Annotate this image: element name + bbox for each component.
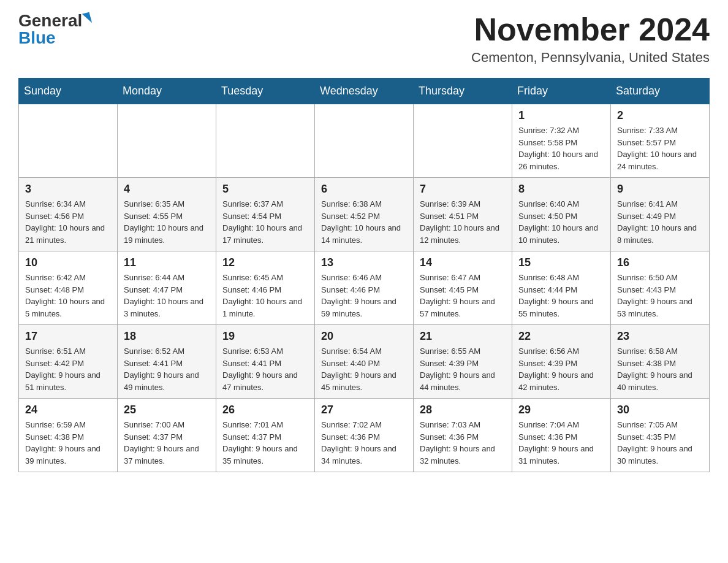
- day-info: Daylight: 9 hours and 44 minutes.: [420, 369, 506, 393]
- day-info: Sunrise: 6:35 AM: [124, 198, 210, 210]
- day-info: Sunrise: 6:52 AM: [124, 345, 210, 358]
- calendar-cell: 18Sunrise: 6:52 AMSunset: 4:41 PMDayligh…: [118, 325, 216, 399]
- calendar-cell: 24Sunrise: 6:59 AMSunset: 4:38 PMDayligh…: [19, 399, 118, 472]
- day-info: Sunrise: 6:34 AM: [25, 198, 111, 210]
- day-info: Daylight: 9 hours and 47 minutes.: [222, 369, 308, 393]
- day-info: Sunset: 4:39 PM: [420, 358, 506, 370]
- calendar-cell: [414, 104, 512, 178]
- day-info: Daylight: 10 hours and 1 minute.: [222, 296, 308, 320]
- day-info: Sunset: 4:45 PM: [420, 284, 506, 296]
- day-info: Sunrise: 6:42 AM: [25, 272, 111, 284]
- day-number: 25: [124, 404, 210, 416]
- day-number: 12: [222, 256, 308, 269]
- header: General Blue November 2024 Cementon, Pen…: [18, 12, 710, 66]
- calendar-week-row: 17Sunrise: 6:51 AMSunset: 4:42 PMDayligh…: [19, 325, 710, 399]
- day-info: Sunrise: 7:05 AM: [617, 419, 703, 431]
- day-number: 10: [25, 256, 111, 269]
- calendar-cell: 15Sunrise: 6:48 AMSunset: 4:44 PMDayligh…: [512, 251, 611, 325]
- day-info: Daylight: 9 hours and 31 minutes.: [518, 443, 604, 467]
- calendar-cell: 6Sunrise: 6:38 AMSunset: 4:52 PMDaylight…: [315, 178, 414, 251]
- day-number: 6: [321, 183, 407, 196]
- day-info: Daylight: 10 hours and 3 minutes.: [124, 296, 210, 320]
- day-number: 19: [222, 330, 308, 343]
- calendar-cell: 19Sunrise: 6:53 AMSunset: 4:41 PMDayligh…: [216, 325, 315, 399]
- day-info: Sunset: 4:43 PM: [617, 284, 703, 296]
- day-info: Sunset: 4:36 PM: [420, 431, 506, 443]
- calendar-cell: 13Sunrise: 6:46 AMSunset: 4:46 PMDayligh…: [315, 251, 414, 325]
- day-number: 9: [617, 183, 703, 196]
- day-info: Sunset: 4:50 PM: [518, 210, 604, 223]
- day-info: Sunset: 4:38 PM: [617, 358, 703, 370]
- calendar-cell: 20Sunrise: 6:54 AMSunset: 4:40 PMDayligh…: [315, 325, 414, 399]
- day-info: Daylight: 9 hours and 51 minutes.: [25, 369, 111, 393]
- day-info: Sunset: 4:37 PM: [124, 431, 210, 443]
- day-number: 8: [518, 183, 604, 196]
- calendar-cell: 25Sunrise: 7:00 AMSunset: 4:37 PMDayligh…: [118, 399, 216, 472]
- day-info: Sunrise: 6:50 AM: [617, 272, 703, 284]
- day-info: Sunrise: 6:47 AM: [420, 272, 506, 284]
- location-title: Cementon, Pennsylvania, United States: [471, 50, 710, 66]
- day-info: Sunrise: 6:37 AM: [222, 198, 308, 210]
- day-info: Daylight: 9 hours and 39 minutes.: [25, 443, 111, 467]
- calendar-week-row: 3Sunrise: 6:34 AMSunset: 4:56 PMDaylight…: [19, 178, 710, 251]
- day-number: 18: [124, 330, 210, 343]
- day-info: Sunrise: 6:41 AM: [617, 198, 703, 210]
- calendar-week-row: 1Sunrise: 7:32 AMSunset: 5:58 PMDaylight…: [19, 104, 710, 178]
- day-number: 24: [25, 404, 111, 416]
- day-number: 23: [617, 330, 703, 343]
- day-info: Sunrise: 6:44 AM: [124, 272, 210, 284]
- calendar-cell: [315, 104, 414, 178]
- day-info: Sunset: 4:41 PM: [222, 358, 308, 370]
- day-info: Daylight: 9 hours and 37 minutes.: [124, 443, 210, 467]
- calendar-header-row: SundayMondayTuesdayWednesdayThursdayFrid…: [19, 79, 710, 104]
- calendar-cell: 2Sunrise: 7:33 AMSunset: 5:57 PMDaylight…: [611, 104, 710, 178]
- day-number: 20: [321, 330, 407, 343]
- day-number: 17: [25, 330, 111, 343]
- day-info: Daylight: 10 hours and 12 minutes.: [420, 222, 506, 246]
- calendar: SundayMondayTuesdayWednesdayThursdayFrid…: [18, 78, 710, 472]
- day-of-week-wednesday: Wednesday: [315, 79, 414, 104]
- day-info: Daylight: 9 hours and 55 minutes.: [518, 296, 604, 320]
- day-info: Daylight: 10 hours and 8 minutes.: [617, 222, 703, 246]
- day-info: Sunset: 4:44 PM: [518, 284, 604, 296]
- day-info: Daylight: 9 hours and 40 minutes.: [617, 369, 703, 393]
- calendar-cell: 26Sunrise: 7:01 AMSunset: 4:37 PMDayligh…: [216, 399, 315, 472]
- day-of-week-tuesday: Tuesday: [216, 79, 315, 104]
- day-number: 5: [222, 183, 308, 196]
- calendar-cell: 1Sunrise: 7:32 AMSunset: 5:58 PMDaylight…: [512, 104, 611, 178]
- day-number: 4: [124, 183, 210, 196]
- calendar-cell: 12Sunrise: 6:45 AMSunset: 4:46 PMDayligh…: [216, 251, 315, 325]
- day-info: Sunset: 4:36 PM: [518, 431, 604, 443]
- day-number: 22: [518, 330, 604, 343]
- calendar-cell: 5Sunrise: 6:37 AMSunset: 4:54 PMDaylight…: [216, 178, 315, 251]
- day-info: Sunrise: 6:51 AM: [25, 345, 111, 358]
- day-number: 13: [321, 256, 407, 269]
- day-info: Daylight: 10 hours and 10 minutes.: [518, 222, 604, 246]
- logo-blue-text: Blue: [18, 29, 56, 47]
- calendar-cell: 4Sunrise: 6:35 AMSunset: 4:55 PMDaylight…: [118, 178, 216, 251]
- day-number: 7: [420, 183, 506, 196]
- day-info: Sunrise: 7:04 AM: [518, 419, 604, 431]
- day-info: Daylight: 10 hours and 26 minutes.: [518, 148, 604, 172]
- calendar-week-row: 10Sunrise: 6:42 AMSunset: 4:48 PMDayligh…: [19, 251, 710, 325]
- day-info: Daylight: 10 hours and 21 minutes.: [25, 222, 111, 246]
- day-info: Sunrise: 7:00 AM: [124, 419, 210, 431]
- calendar-cell: 22Sunrise: 6:56 AMSunset: 4:39 PMDayligh…: [512, 325, 611, 399]
- day-info: Sunset: 5:58 PM: [518, 137, 604, 149]
- day-info: Sunset: 4:55 PM: [124, 210, 210, 223]
- calendar-cell: 29Sunrise: 7:04 AMSunset: 4:36 PMDayligh…: [512, 399, 611, 472]
- calendar-cell: 8Sunrise: 6:40 AMSunset: 4:50 PMDaylight…: [512, 178, 611, 251]
- day-info: Daylight: 10 hours and 19 minutes.: [124, 222, 210, 246]
- day-info: Sunrise: 6:38 AM: [321, 198, 407, 210]
- day-of-week-monday: Monday: [118, 79, 216, 104]
- calendar-week-row: 24Sunrise: 6:59 AMSunset: 4:38 PMDayligh…: [19, 399, 710, 472]
- day-info: Sunrise: 6:56 AM: [518, 345, 604, 358]
- logo-general-text: General: [18, 12, 82, 29]
- day-info: Sunrise: 6:54 AM: [321, 345, 407, 358]
- day-info: Daylight: 10 hours and 17 minutes.: [222, 222, 308, 246]
- day-info: Sunrise: 6:55 AM: [420, 345, 506, 358]
- day-info: Sunrise: 7:32 AM: [518, 124, 604, 137]
- calendar-cell: 11Sunrise: 6:44 AMSunset: 4:47 PMDayligh…: [118, 251, 216, 325]
- day-info: Sunrise: 6:45 AM: [222, 272, 308, 284]
- day-info: Daylight: 10 hours and 5 minutes.: [25, 296, 111, 320]
